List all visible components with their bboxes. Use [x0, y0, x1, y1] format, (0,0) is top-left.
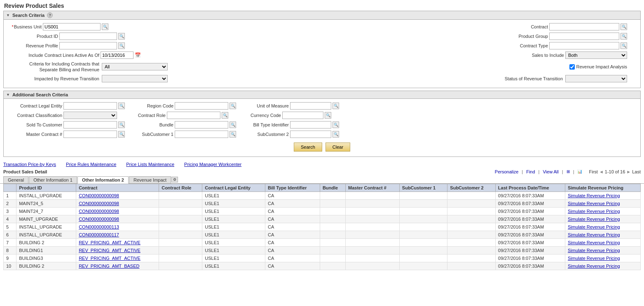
table-cell[interactable]: REV_PRICING_AMT_ACTIVE [76, 254, 159, 262]
status-transition-select[interactable] [565, 75, 627, 82]
table-cell [346, 215, 400, 223]
tabs-row: General Other Information 1 Other Inform… [0, 175, 644, 184]
contract-role-search-icon[interactable]: 🔍 [222, 112, 228, 119]
criteria-select[interactable]: All Have Separate Billing Have No Separa… [102, 63, 168, 70]
tab-other-info-2[interactable]: Other Information 2 [77, 176, 129, 184]
col-header-simulate: Simulate Revenue Pricing [565, 184, 640, 192]
tab-settings-icon[interactable]: ⚙ [171, 177, 178, 182]
contract-classification-select[interactable] [63, 112, 117, 119]
bill-type-identifier-input[interactable] [290, 121, 331, 128]
sold-to-customer-search-icon[interactable]: 🔍 [118, 121, 125, 128]
master-contract-search-icon[interactable]: 🔍 [118, 131, 125, 138]
table-cell[interactable]: CON000000000098 [76, 207, 159, 215]
find-link[interactable]: Find [526, 169, 535, 174]
master-contract-input[interactable] [63, 131, 117, 138]
table-cell[interactable]: CON000000000098 [76, 199, 159, 207]
table-cell: 09/27/2016 8:07:33AM [495, 254, 565, 262]
table-cell: CA [265, 262, 320, 270]
table-cell[interactable]: Simulate Revenue Pricing [565, 223, 640, 231]
bill-type-identifier-search-icon[interactable]: 🔍 [333, 121, 339, 128]
last-link[interactable]: Last [632, 169, 641, 174]
currency-code-input[interactable] [282, 112, 323, 119]
product-group-input[interactable] [549, 33, 619, 40]
subcustomer1-search-icon[interactable]: 🔍 [229, 131, 236, 138]
tab-revenue-impact[interactable]: Revenue Impact [129, 176, 171, 183]
contract-type-search-icon[interactable]: 🔍 [621, 42, 627, 49]
table-cell: USLE1 [202, 246, 265, 254]
contract-legal-entity-search-icon[interactable]: 🔍 [118, 103, 125, 109]
table-cell[interactable]: Simulate Revenue Pricing [565, 199, 640, 207]
contract-type-input[interactable] [549, 42, 619, 49]
region-code-search-icon[interactable]: 🔍 [229, 103, 236, 109]
contract-legal-entity-input[interactable] [63, 102, 117, 110]
sales-to-include-select[interactable]: Both Actuals Only Estimated Only [565, 51, 627, 59]
next-arrow[interactable]: ► [626, 169, 631, 174]
product-group-label: Product Group [515, 34, 548, 39]
table-cell[interactable]: Simulate Revenue Pricing [565, 262, 640, 270]
table-cell [159, 215, 202, 223]
table-row: 7BUILDING 2REV_PRICING_AMT_ACTIVEUSLE1CA… [4, 238, 641, 246]
unit-of-measure-input[interactable] [290, 102, 331, 110]
currency-code-search-icon[interactable]: 🔍 [325, 112, 331, 119]
impacted-by-select[interactable] [102, 75, 168, 82]
table-cell[interactable]: REV_PRICING_AMT_ACTIVE [76, 238, 159, 246]
table-cell [447, 223, 495, 231]
table-cell[interactable]: CON000000000117 [76, 231, 159, 238]
tab-general[interactable]: General [3, 176, 28, 183]
revenue-profile-input[interactable] [59, 42, 117, 49]
revenue-profile-search-icon[interactable]: 🔍 [118, 42, 125, 49]
subcustomer2-input[interactable] [290, 131, 331, 138]
search-criteria-header[interactable]: ▼ Search Criteria ? [4, 11, 640, 20]
contract-role-input[interactable] [167, 112, 220, 119]
calendar-icon[interactable]: 📅 [135, 52, 141, 58]
search-button[interactable]: Search [294, 142, 322, 152]
subcustomer2-search-icon[interactable]: 🔍 [333, 131, 339, 138]
chart-icon[interactable]: 📊 [577, 169, 582, 174]
bundle-input[interactable] [175, 121, 228, 128]
product-id-input[interactable] [59, 33, 117, 40]
table-cell[interactable]: Simulate Revenue Pricing [565, 207, 640, 215]
region-code-input[interactable] [175, 102, 228, 110]
product-group-search-icon[interactable]: 🔍 [621, 33, 627, 40]
contract-search-icon[interactable]: 🔍 [621, 23, 627, 30]
product-id-search-icon[interactable]: 🔍 [118, 33, 125, 40]
table-cell[interactable]: REV_PRICING_AMT_ACTIVE [76, 246, 159, 254]
unit-of-measure-search-icon[interactable]: 🔍 [333, 103, 339, 109]
table-cell: INSTALL_UPGRADE [16, 192, 76, 199]
table-cell[interactable]: CON000000000113 [76, 223, 159, 231]
table-cell[interactable]: Simulate Revenue Pricing [565, 192, 640, 199]
business-unit-input[interactable] [43, 23, 101, 30]
table-cell: 2 [4, 199, 16, 207]
table-cell[interactable]: REV_PRICING_AMT_BASED [76, 262, 159, 270]
contract-input[interactable] [549, 23, 619, 30]
help-icon[interactable]: ? [47, 12, 53, 18]
revenue-impact-checkbox[interactable] [569, 64, 575, 70]
business-unit-search-icon[interactable]: 🔍 [102, 23, 108, 30]
table-cell[interactable]: CON000000000098 [76, 215, 159, 223]
table-cell[interactable]: Simulate Revenue Pricing [565, 254, 640, 262]
nav-pricing-manager[interactable]: Pricing Manager Workcenter [184, 162, 241, 167]
col-header-product-id: Product ID [16, 184, 76, 192]
grid-icon[interactable]: ⊞ [567, 169, 570, 174]
table-cell[interactable]: Simulate Revenue Pricing [565, 246, 640, 254]
table-cell[interactable]: Simulate Revenue Pricing [565, 231, 640, 238]
table-cell[interactable]: Simulate Revenue Pricing [565, 238, 640, 246]
bundle-search-icon[interactable]: 🔍 [229, 121, 236, 128]
results-controls: Personalize | Find | View All | ⊞ | 📊 Fi… [495, 169, 641, 174]
col-header-subcustomer2: SubCustomer 2 [447, 184, 495, 192]
contract-lines-date-input[interactable] [101, 51, 133, 59]
view-all-link[interactable]: View All [543, 169, 558, 174]
table-cell[interactable]: Simulate Revenue Pricing [565, 215, 640, 223]
nav-transaction-price[interactable]: Transaction Price-by Keys [3, 162, 56, 167]
additional-criteria-header[interactable]: ▼ Additional Search Criteria [4, 91, 640, 99]
personalize-link[interactable]: Personalize [495, 169, 518, 174]
table-cell[interactable]: CON000000000098 [76, 192, 159, 199]
nav-price-lists[interactable]: Price Lists Maintenance [126, 162, 174, 167]
nav-price-rules[interactable]: Price Rules Maintenance [66, 162, 116, 167]
sold-to-customer-input[interactable] [63, 121, 117, 128]
first-link[interactable]: First [589, 169, 597, 174]
prev-arrow[interactable]: ◄ [599, 169, 604, 174]
subcustomer1-input[interactable] [175, 131, 228, 138]
tab-other-info-1[interactable]: Other Information 1 [29, 176, 77, 183]
clear-button[interactable]: Clear [326, 142, 350, 152]
